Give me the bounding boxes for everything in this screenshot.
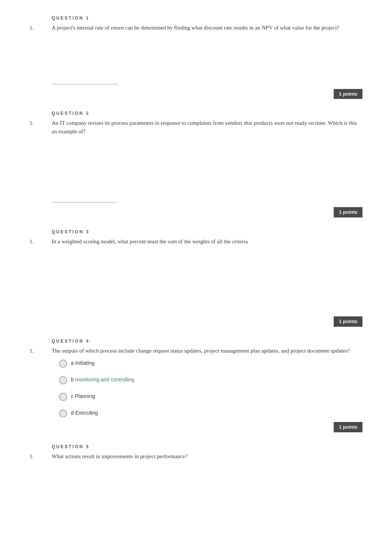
choice-a-letter: a [71,359,74,367]
question-3-text: In a weighted scoring model, what percen… [52,237,362,246]
choice-c-text: Planning [75,392,95,400]
question-1-label: QUESTION 1 [52,15,362,21]
points-badge-4: 1 points [334,422,362,432]
question-5-text: What actions result in improvements in p… [52,452,362,461]
choice-d-text: Executing [75,409,98,417]
choice-d-letter: d [71,409,74,417]
question-2-number: 1. [30,119,52,127]
question-3-label: QUESTION 3 [52,229,362,235]
choice-b-bubble[interactable] [59,376,67,384]
question-4-label: QUESTION 4 [52,338,362,344]
question-1-text: A project's internal rate of return can … [52,24,362,32]
question-4: QUESTION 4 1. The outputs of which proce… [30,338,362,432]
choice-b-letter: b [71,376,74,384]
question-5-label: QUESTION 5 [52,443,362,450]
question-2-label: QUESTION 2 [52,110,362,117]
answer-line-1 [52,84,118,85]
question-2-text: An IT company revises its process parame… [52,119,362,135]
choice-b-row[interactable]: b monitoring and controlling [59,376,362,384]
choices-q4: a Initiating . b monitoring and controll… [59,359,362,418]
points-badge-2: 1 points [334,207,362,217]
choice-c-bubble[interactable] [59,393,67,401]
question-1-number: 1. [30,24,52,32]
question-2: QUESTION 2 1. An IT company revises its … [30,110,362,217]
choice-a-row[interactable]: a Initiating [59,359,362,368]
choice-a-bubble[interactable] [59,360,67,368]
answer-line-2 [52,202,118,203]
points-badge-3: 1 points [334,316,362,327]
question-4-text: The outputs of which process include cha… [52,347,362,355]
choice-a-dot: . [71,370,362,375]
choice-b-text: monitoring and controlling [75,376,134,384]
choice-d-bubble[interactable] [59,409,67,418]
question-5-number: 1. [30,452,52,461]
choice-c-letter: c [71,392,73,400]
question-3-number: 1. [30,237,52,246]
choice-b-dot: . [71,387,362,392]
choice-c-dot: . [71,403,362,408]
question-1: QUESTION 1 1. A project's internal rate … [30,15,362,99]
choice-d-row[interactable]: d Executing [59,409,362,418]
question-5: QUESTION 5 1. What actions result in imp… [30,443,362,490]
choice-c-row[interactable]: c Planning [59,392,362,401]
question-3: QUESTION 3 1. In a weighted scoring mode… [30,229,362,327]
question-4-number: 1. [30,347,52,355]
choice-a-text: Initiating [75,359,94,367]
points-badge-1: 1 points [334,89,362,99]
